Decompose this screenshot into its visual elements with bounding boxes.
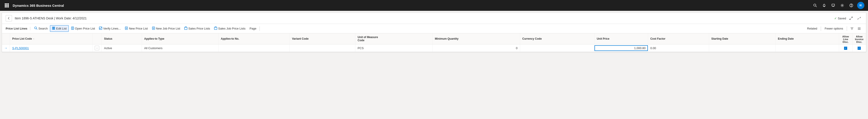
sales-price-lists-button[interactable]: Sales Price Lists bbox=[182, 26, 212, 32]
price-list-lines-table: Price List Code ↑ Status Applies-to Type… bbox=[2, 33, 866, 52]
svg-point-18 bbox=[35, 27, 37, 29]
sales-job-price-lists-button-label: Sales Job Price Lists bbox=[218, 27, 246, 30]
related-button[interactable]: Related bbox=[805, 26, 819, 31]
related-button-label: Related bbox=[807, 27, 817, 30]
currency-code-cell bbox=[520, 44, 594, 52]
verify-lines-icon bbox=[99, 27, 102, 31]
top-nav-bar: Dynamics 365 Business Central bbox=[0, 0, 868, 11]
svg-line-10 bbox=[816, 6, 817, 7]
table-header-row: Price List Code ↑ Status Applies-to Type… bbox=[2, 33, 866, 44]
back-button[interactable] bbox=[6, 15, 12, 22]
open-price-list-button[interactable]: Open Price List bbox=[69, 26, 97, 32]
svg-rect-8 bbox=[8, 6, 9, 7]
open-price-list-button-label: Open Price List bbox=[75, 27, 95, 30]
cost-factor-value: 0.00 bbox=[650, 46, 656, 50]
page-title: Item 1896-S ATHENS Desk | Work Date: 4/1… bbox=[15, 16, 834, 20]
svg-rect-22 bbox=[52, 29, 55, 30]
row-menu-cell[interactable]: ··· bbox=[92, 44, 102, 52]
svg-rect-0 bbox=[5, 3, 6, 4]
sales-job-price-lists-button[interactable]: Sales Job Price Lists bbox=[212, 26, 247, 32]
help-icon[interactable] bbox=[847, 1, 855, 9]
new-job-price-list-button[interactable]: New Job Price List bbox=[150, 26, 182, 32]
row-context-menu-button[interactable]: ··· bbox=[95, 46, 99, 50]
filter-icon[interactable] bbox=[849, 26, 855, 32]
feedback-icon[interactable] bbox=[829, 1, 837, 9]
toolbar-right: Related Fewer options bbox=[805, 26, 862, 32]
ending-date-cell bbox=[776, 44, 839, 52]
user-avatar[interactable]: IK bbox=[857, 2, 864, 9]
page-button-label: Page bbox=[250, 27, 256, 30]
allow-line-disc-checkbox[interactable]: ✓ bbox=[844, 47, 847, 50]
svg-rect-34 bbox=[184, 27, 187, 30]
collapse-icon[interactable] bbox=[856, 15, 862, 22]
unit-of-measure-value: PCS bbox=[358, 46, 364, 50]
unit-price-input[interactable]: 1,000.80 bbox=[594, 45, 648, 51]
svg-rect-6 bbox=[5, 6, 6, 7]
app-title: Dynamics 365 Business Central bbox=[13, 4, 811, 7]
top-nav-icons: IK bbox=[811, 1, 864, 9]
verify-lines-button-label: Verify Lines... bbox=[103, 27, 121, 30]
col-applies-to-no: Applies-to No. bbox=[218, 33, 289, 44]
fewer-options-button[interactable]: Fewer options bbox=[823, 26, 845, 31]
minimum-quantity-value: 0 bbox=[516, 46, 518, 50]
sort-asc-icon: ↑ bbox=[33, 38, 34, 40]
svg-point-9 bbox=[814, 4, 816, 6]
header-bar: Item 1896-S ATHENS Desk | Work Date: 4/1… bbox=[2, 13, 866, 24]
col-currency-code: Currency Code bbox=[520, 33, 594, 44]
row-arrow-cell: → bbox=[2, 44, 10, 52]
applies-to-no-cell bbox=[218, 44, 289, 52]
price-list-code-cell[interactable]: S-PLS00001 bbox=[10, 44, 92, 52]
page-button[interactable]: Page bbox=[248, 26, 258, 31]
col-applies-to-type: Applies-to Type bbox=[142, 33, 218, 44]
verify-lines-button[interactable]: Verify Lines... bbox=[97, 26, 123, 32]
col-allow-line-disc: AllowLineDisc. bbox=[839, 33, 852, 44]
search-button-label: Search bbox=[38, 27, 48, 30]
list-view-icon[interactable] bbox=[856, 26, 862, 32]
open-in-full-icon[interactable] bbox=[848, 15, 854, 22]
col-variant-code: Variant Code bbox=[289, 33, 355, 44]
saved-status: ✓ Saved bbox=[834, 17, 846, 20]
price-list-code-link[interactable]: S-PLS00001 bbox=[12, 46, 29, 50]
variant-code-cell bbox=[289, 44, 355, 52]
sales-job-price-lists-icon bbox=[214, 27, 217, 31]
app-grid-icon[interactable] bbox=[4, 2, 10, 8]
check-icon: ✓ bbox=[834, 17, 837, 20]
col-price-list-code-label: Price List Code bbox=[12, 37, 32, 40]
applies-to-type-cell: All Customers bbox=[142, 44, 218, 52]
col-price-list-code[interactable]: Price List Code ↑ bbox=[10, 33, 92, 44]
search-nav-icon[interactable] bbox=[811, 1, 819, 9]
cost-factor-cell: 0.00 bbox=[648, 44, 709, 52]
new-job-price-list-icon bbox=[152, 27, 155, 31]
saved-label: Saved bbox=[838, 17, 846, 20]
table-area: Price List Code ↑ Status Applies-to Type… bbox=[2, 33, 866, 52]
fewer-options-label: Fewer options bbox=[825, 27, 843, 30]
minimum-quantity-cell: 0 bbox=[432, 44, 520, 52]
search-button[interactable]: Search bbox=[33, 26, 50, 32]
svg-point-13 bbox=[842, 5, 843, 6]
col-arrow bbox=[2, 33, 10, 44]
status-value: Active bbox=[104, 46, 112, 50]
search-icon bbox=[34, 27, 37, 31]
allow-invoice-disc-cell[interactable]: ✓ bbox=[852, 44, 866, 52]
toolbar-separator-3 bbox=[847, 26, 847, 31]
svg-rect-7 bbox=[6, 6, 7, 7]
sales-price-lists-icon bbox=[184, 27, 187, 31]
row-arrow-icon: → bbox=[4, 46, 7, 50]
notifications-icon[interactable] bbox=[820, 1, 828, 9]
col-cost-factor: Cost Factor bbox=[648, 33, 709, 44]
new-price-list-button[interactable]: New Price List bbox=[123, 26, 149, 32]
allow-line-disc-cell[interactable]: ✓ bbox=[839, 44, 852, 52]
col-status: Status bbox=[102, 33, 142, 44]
svg-rect-1 bbox=[6, 3, 7, 4]
svg-rect-12 bbox=[832, 4, 835, 6]
new-job-price-list-button-label: New Job Price List bbox=[156, 27, 180, 30]
edit-list-icon bbox=[52, 27, 55, 31]
allow-invoice-disc-checkbox[interactable]: ✓ bbox=[858, 47, 861, 50]
unit-price-cell[interactable]: 1,000.80 bbox=[594, 44, 648, 52]
settings-icon[interactable] bbox=[838, 1, 846, 9]
col-allow-invoice-disc: AllowInvoiceDisc. bbox=[852, 33, 866, 44]
svg-rect-2 bbox=[8, 3, 9, 4]
sales-price-lists-button-label: Sales Price Lists bbox=[188, 27, 210, 30]
edit-list-button[interactable]: Edit List bbox=[50, 25, 68, 32]
col-row-menu bbox=[92, 33, 102, 44]
